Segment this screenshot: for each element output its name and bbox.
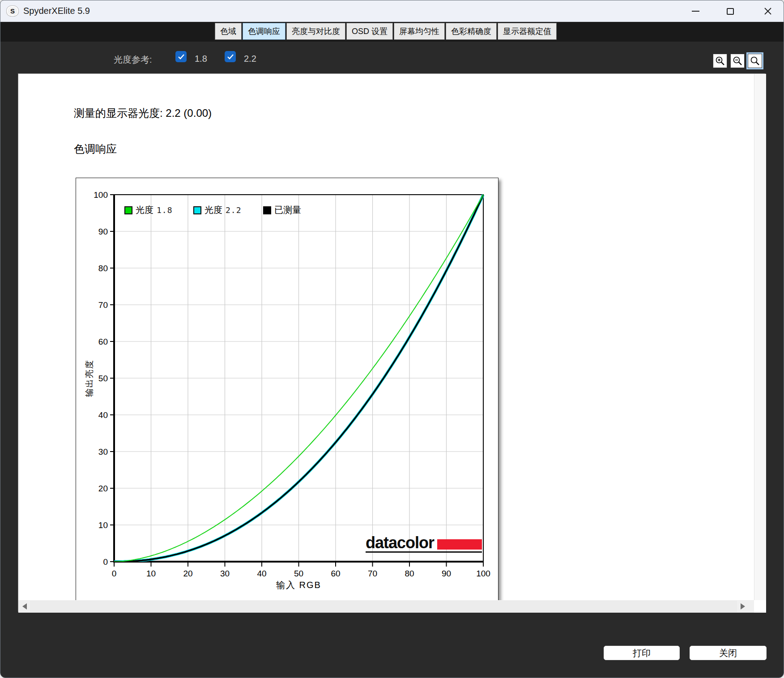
gamma-2.2-label: 2.2	[244, 54, 256, 64]
legend-value: 1.8	[157, 205, 173, 215]
close-icon	[764, 7, 772, 15]
legend-swatch-green	[124, 206, 132, 214]
svg-text:50: 50	[294, 569, 303, 578]
legend-value: 2.2	[226, 205, 242, 215]
legend-swatch-black	[263, 206, 271, 214]
svg-text:20: 20	[98, 484, 108, 493]
tab-color-accuracy[interactable]: 色彩精确度	[446, 23, 497, 40]
h-scrollbar-thumb[interactable]	[30, 601, 737, 612]
zoom-select-button[interactable]	[748, 54, 762, 68]
svg-text:80: 80	[405, 569, 414, 578]
legend-item-gamma-2.2: 光度 2.2	[193, 204, 242, 216]
minimize-button[interactable]	[685, 0, 706, 22]
checkmark-icon	[227, 54, 234, 60]
minimize-icon	[692, 11, 699, 12]
zoom-select-icon	[750, 55, 760, 66]
x-axis-label: 输入 RGB	[114, 579, 483, 591]
svg-text:70: 70	[368, 569, 377, 578]
scroll-right-icon[interactable]	[741, 603, 745, 610]
app-window: S SpyderXElite 5.9 色域 色调响应 亮度与对比度 OSD 设置…	[0, 0, 784, 678]
report-viewport: 测量的显示器光度: 2.2 (0.00) 色调响应 01020304050607…	[18, 73, 766, 612]
maximize-icon	[727, 8, 734, 15]
close-button[interactable]	[758, 0, 778, 22]
svg-text:20: 20	[183, 569, 192, 578]
datacolor-wordmark: datacolor	[366, 536, 434, 550]
gamma-2.2-checkbox[interactable]	[225, 51, 236, 62]
legend-item-measured: 已测量	[263, 204, 304, 216]
legend-swatch-cyan	[193, 206, 201, 214]
gamma-1.8-checkbox[interactable]	[175, 51, 187, 62]
svg-text:0: 0	[103, 557, 108, 567]
legend-label: 已测量	[274, 204, 301, 216]
app-logo-letter: S	[10, 7, 15, 15]
window-title: SpyderXElite 5.9	[23, 6, 90, 16]
tab-osd-settings[interactable]: OSD 设置	[346, 23, 393, 40]
tab-gamut[interactable]: 色域	[215, 23, 242, 40]
close-dialog-button[interactable]: 关闭	[690, 646, 767, 660]
tab-brightness-contrast[interactable]: 亮度与对比度	[286, 23, 345, 40]
tab-screen-uniformity[interactable]: 屏幕均匀性	[394, 23, 445, 40]
horizontal-scrollbar[interactable]	[18, 600, 754, 613]
tab-strip: 色域 色调响应 亮度与对比度 OSD 设置 屏幕均匀性 色彩精确度 显示器额定值	[0, 22, 784, 42]
y-axis-label: 输出亮度	[84, 359, 95, 397]
svg-text:30: 30	[98, 447, 108, 456]
zoom-in-icon	[715, 55, 725, 66]
app-logo-icon: S	[6, 5, 19, 17]
tab-tone-response[interactable]: 色调响应	[243, 23, 285, 40]
svg-text:60: 60	[331, 569, 340, 578]
measured-gamma-text: 测量的显示器光度: 2.2 (0.00)	[74, 106, 212, 120]
svg-text:90: 90	[442, 569, 451, 578]
svg-text:80: 80	[98, 264, 108, 273]
svg-text:40: 40	[98, 410, 108, 420]
gamma-reference-label: 光度参考:	[114, 54, 152, 66]
zoom-out-icon	[732, 55, 743, 66]
svg-text:50: 50	[98, 374, 108, 383]
datacolor-red-bar	[437, 539, 482, 550]
maximize-button[interactable]	[720, 0, 741, 22]
svg-text:10: 10	[98, 520, 108, 530]
scroll-left-icon[interactable]	[22, 603, 27, 610]
svg-text:40: 40	[257, 569, 266, 578]
svg-text:70: 70	[98, 300, 108, 310]
tone-response-chart: 0102030405060708090100010203040506070809…	[76, 178, 499, 600]
svg-text:30: 30	[220, 569, 230, 578]
svg-text:100: 100	[94, 190, 108, 200]
svg-text:0: 0	[112, 569, 117, 578]
datacolor-logo: datacolor	[366, 536, 482, 553]
tab-monitor-rating[interactable]: 显示器额定值	[498, 23, 557, 40]
section-title: 色调响应	[74, 142, 117, 156]
legend-label: 光度	[136, 204, 153, 216]
report-content: 测量的显示器光度: 2.2 (0.00) 色调响应 01020304050607…	[18, 74, 754, 600]
vertical-scrollbar[interactable]	[754, 74, 766, 600]
zoom-out-button[interactable]	[730, 54, 745, 68]
svg-text:60: 60	[98, 337, 108, 346]
legend-label: 光度	[205, 204, 222, 216]
zoom-in-button[interactable]	[713, 54, 727, 68]
scrollbar-corner	[754, 600, 766, 613]
svg-text:10: 10	[146, 569, 156, 578]
tab-list: 色域 色调响应 亮度与对比度 OSD 设置 屏幕均匀性 色彩精确度 显示器额定值	[215, 23, 557, 40]
gamma-1.8-label: 1.8	[195, 54, 207, 64]
checkmark-icon	[178, 54, 185, 60]
legend-item-gamma-1.8: 光度 1.8	[124, 204, 173, 216]
svg-text:90: 90	[98, 227, 108, 236]
print-button[interactable]: 打印	[604, 646, 680, 660]
title-bar: S SpyderXElite 5.9	[0, 0, 784, 22]
svg-text:100: 100	[476, 569, 490, 578]
